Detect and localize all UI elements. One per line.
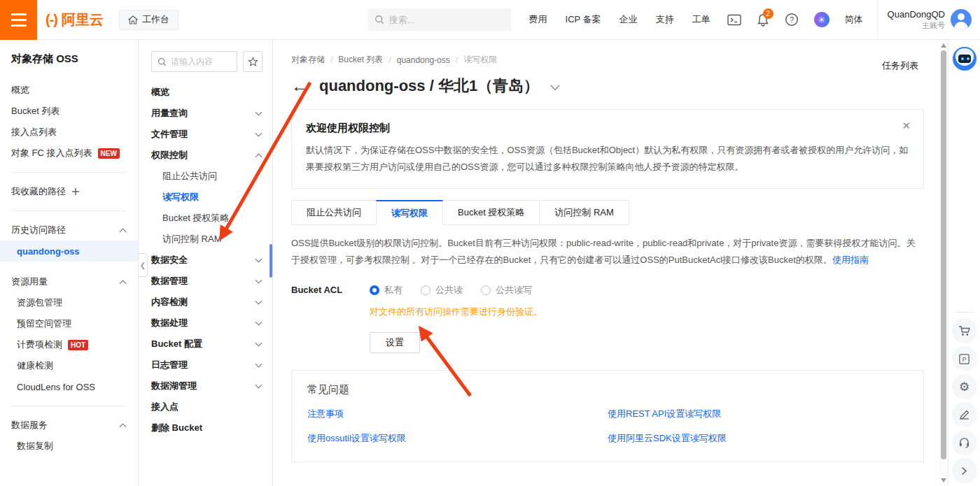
faq-link-rest-api[interactable]: 使用REST API设置读写权限 (608, 408, 908, 420)
assistant-star-icon[interactable]: ✳ (814, 12, 830, 27)
chevron-down-icon (255, 384, 262, 389)
docs-icon[interactable]: P (952, 346, 977, 371)
menu-item-content-moderation[interactable]: 内容检测 (151, 292, 262, 313)
nav-billing[interactable]: 费用 (529, 13, 547, 26)
welcome-body: 默认情况下，为保证存储在OSS中数据的安全性，OSS资源（包括Bucket和Ob… (306, 142, 909, 176)
sidebar-item-billing-check[interactable]: 计费项检测 HOT (11, 334, 127, 355)
sidebar-section-data-service[interactable]: 数据服务 (11, 415, 127, 436)
menu-scrollbar-thumb[interactable] (270, 244, 272, 278)
workbench-button[interactable]: 工作台 (119, 10, 178, 30)
tab-bucket-policy[interactable]: Bucket 授权策略 (442, 200, 540, 225)
sidebar-item-cloudlens[interactable]: CloudLens for OSS (11, 376, 127, 397)
tab-ram-access-control[interactable]: 访问控制 RAM (539, 200, 629, 225)
nav-support[interactable]: 支持 (656, 13, 674, 26)
menu-item-bucket-policy[interactable]: Bucket 授权策略 (151, 208, 262, 229)
tab-read-write-permission[interactable]: 读写权限 (376, 200, 443, 225)
bucket-menu-search-input[interactable] (171, 57, 231, 66)
sidebar-section-resource-usage[interactable]: 资源用量 (11, 271, 127, 292)
set-button[interactable]: 设置 (370, 332, 420, 353)
sidebar-item-access-points[interactable]: 接入点列表 (11, 122, 127, 143)
rail-divider (955, 312, 974, 313)
chevron-right-icon[interactable] (952, 458, 977, 483)
guide-link[interactable]: 使用指南 (832, 255, 869, 265)
tab-block-public-access[interactable]: 阻止公共访问 (291, 200, 377, 225)
menu-item-log-management[interactable]: 日志管理 (151, 355, 262, 376)
favorite-star-button[interactable] (243, 51, 262, 72)
scroll-up-arrow[interactable] (941, 43, 946, 48)
avatar[interactable] (951, 9, 972, 30)
breadcrumb: 对象存储/ Bucket 列表/ quandong-oss/ 读写权限 (291, 54, 924, 66)
sidebar-item-quandong-oss[interactable]: quandong-oss (0, 241, 138, 262)
sidebar-collapse-handle[interactable]: ❮ (139, 253, 148, 277)
chevron-down-icon (255, 321, 262, 326)
menu-item-file-management[interactable]: 文件管理 (151, 124, 262, 145)
sidebar-item-fc-access-points[interactable]: 对象 FC 接入点列表 NEW (11, 143, 127, 164)
faq-link-sdk[interactable]: 使用阿里云SDK设置读写权限 (608, 432, 908, 445)
notification-bell-icon[interactable]: 2 (757, 13, 769, 27)
plus-icon[interactable] (71, 187, 80, 196)
hamburger-menu-icon[interactable] (0, 0, 37, 40)
nav-tickets[interactable]: 工单 (692, 13, 710, 26)
menu-item-data-security[interactable]: 数据安全 (151, 250, 262, 271)
main-scrollbar[interactable] (939, 40, 948, 486)
menu-item-permission-control[interactable]: 权限控制 (151, 145, 262, 166)
back-arrow-icon[interactable]: ← (291, 78, 308, 94)
menu-item-access-point[interactable]: 接入点 (151, 396, 262, 417)
menu-item-data-management[interactable]: 数据管理 (151, 271, 262, 292)
search-icon (374, 15, 384, 24)
main-content: 对象存储/ Bucket 列表/ quandong-oss/ 读写权限 任务列表… (273, 40, 939, 486)
sidebar-item-bucket-list[interactable]: Bucket 列表 (11, 101, 127, 122)
aliyun-logo[interactable]: (-) 阿里云 (46, 10, 104, 29)
close-icon[interactable]: ✕ (902, 120, 911, 132)
menu-item-data-lake-management[interactable]: 数据湖管理 (151, 376, 262, 396)
menu-item-read-write-permission[interactable]: 读写权限 (151, 187, 262, 208)
radio-private[interactable]: 私有 (370, 284, 402, 296)
bucket-menu-search[interactable] (151, 51, 237, 72)
breadcrumb-bucket-list[interactable]: Bucket 列表 (338, 54, 383, 66)
menu-item-bucket-settings[interactable]: Bucket 配置 (151, 334, 262, 355)
aliyun-logo-text: 阿里云 (62, 10, 104, 29)
global-search-input[interactable] (389, 15, 494, 25)
nav-icp[interactable]: ICP 备案 (566, 13, 601, 26)
main-scrollbar-thumb[interactable] (941, 50, 946, 459)
sidebar-item-health-check[interactable]: 健康检测 (11, 355, 127, 376)
menu-item-delete-bucket[interactable]: 删除 Bucket (151, 417, 262, 438)
global-search[interactable] (368, 8, 511, 31)
chevron-down-icon[interactable] (550, 85, 560, 91)
sidebar-section-history[interactable]: 历史访问路径 (11, 220, 127, 241)
sidebar-item-reserved-capacity[interactable]: 预留空间管理 (11, 313, 127, 334)
account-menu[interactable]: QuanDongQD 主账号 (888, 9, 972, 30)
cart-icon[interactable] (952, 318, 977, 343)
radio-public-read[interactable]: 公共读 (421, 284, 463, 296)
chevron-up-icon (119, 228, 127, 233)
terminal-icon[interactable] (727, 14, 741, 26)
menu-item-ram-access-control[interactable]: 访问控制 RAM (151, 229, 262, 250)
faq-link-ossutil[interactable]: 使用ossutil设置读写权限 (307, 432, 608, 445)
menu-item-overview[interactable]: 概览 (151, 82, 262, 103)
scroll-down-arrow[interactable] (941, 478, 946, 483)
svg-text:?: ? (790, 15, 794, 24)
edit-pencil-icon[interactable] (952, 402, 977, 427)
sidebar-item-resource-packages[interactable]: 资源包管理 (11, 292, 127, 313)
radio-public-read-write[interactable]: 公共读写 (481, 284, 532, 296)
sidebar-item-data-replication[interactable]: 数据复制 (11, 436, 127, 457)
nav-enterprise[interactable]: 企业 (620, 13, 638, 26)
ai-assistant-icon[interactable] (953, 47, 976, 71)
menu-item-usage-query[interactable]: 用量查询 (151, 103, 262, 124)
sidebar-item-overview[interactable]: 概览 (11, 80, 127, 101)
headset-icon[interactable] (952, 430, 977, 455)
bucket-acl-label: Bucket ACL (291, 284, 370, 296)
account-type: 主账号 (888, 20, 945, 30)
breadcrumb-oss[interactable]: 对象存储 (291, 54, 325, 66)
menu-item-block-public-access[interactable]: 阻止公共访问 (151, 166, 262, 187)
help-icon[interactable]: ? (785, 13, 799, 27)
gear-icon[interactable]: ⚙ (952, 374, 977, 399)
radio-icon (481, 285, 491, 295)
chevron-down-icon (255, 111, 262, 116)
language-toggle[interactable]: 简体 (845, 13, 863, 26)
menu-item-data-processing[interactable]: 数据处理 (151, 313, 262, 334)
task-list-link[interactable]: 任务列表 (882, 59, 918, 72)
faq-link-notes[interactable]: 注意事项 (307, 408, 608, 420)
breadcrumb-bucket-name[interactable]: quandong-oss (397, 55, 450, 65)
sidebar-item-favorite-paths[interactable]: 我收藏的路径 (11, 181, 127, 202)
